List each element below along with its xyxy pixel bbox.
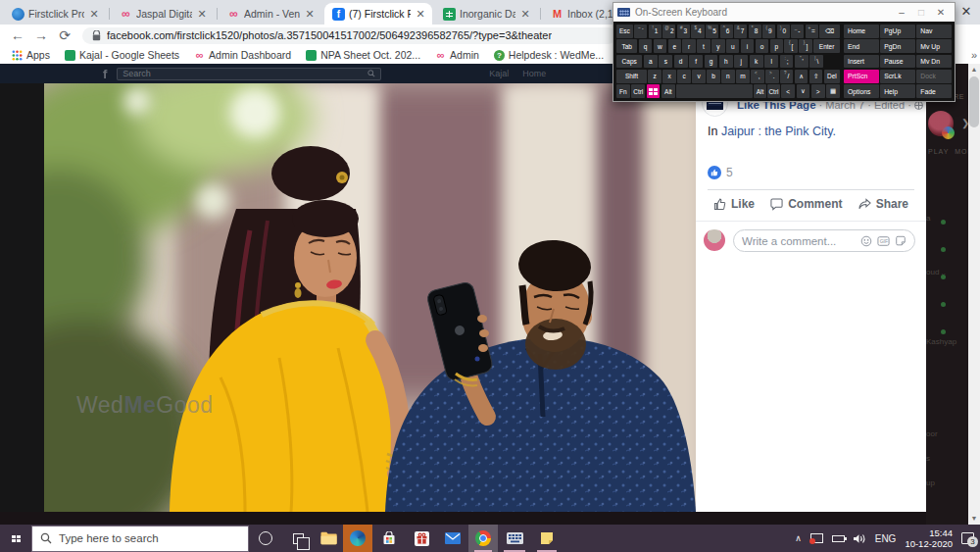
osk-close-button[interactable]: ✕ bbox=[931, 7, 951, 18]
osk-key-insert[interactable]: Insert bbox=[844, 55, 879, 69]
osk-key-'[interactable]: "' bbox=[795, 55, 808, 69]
osk-key-a[interactable]: a bbox=[644, 55, 658, 69]
file-explorer-button[interactable] bbox=[314, 525, 343, 552]
osk-title-bar[interactable]: On-Screen Keyboard – □ ✕ bbox=[613, 3, 955, 22]
tab-close-icon[interactable]: ✕ bbox=[196, 8, 208, 21]
osk-key-end[interactable]: End bbox=[844, 39, 879, 53]
osk-key-c[interactable]: c bbox=[677, 70, 690, 83]
osk-key-x[interactable]: x bbox=[662, 70, 675, 83]
osk-key-right[interactable]: > bbox=[811, 84, 825, 98]
tab-firstclick-1[interactable]: Firstclick Productio ✕ bbox=[4, 3, 106, 25]
osk-key-t[interactable]: t bbox=[697, 39, 710, 53]
osk-key-scrlk[interactable]: ScrLk bbox=[880, 70, 915, 83]
osk-key-prtscn[interactable]: PrtScn bbox=[844, 70, 879, 83]
task-view-button[interactable] bbox=[282, 525, 314, 552]
osk-key-q[interactable]: q bbox=[639, 39, 652, 53]
osk-key-Fn[interactable]: Fn bbox=[616, 84, 630, 98]
osk-key-e[interactable]: e bbox=[668, 39, 681, 53]
osk-key-s[interactable]: s bbox=[659, 55, 672, 69]
edge-button[interactable] bbox=[343, 525, 372, 552]
osk-key-.[interactable]: >. bbox=[765, 70, 778, 83]
battery-icon[interactable] bbox=[832, 535, 845, 542]
osk-key-][interactable]: }] bbox=[799, 39, 811, 53]
facebook-nav-user[interactable]: Kajal bbox=[489, 69, 509, 78]
reload-button[interactable]: ⟳ bbox=[53, 27, 76, 43]
store-button[interactable] bbox=[372, 525, 406, 552]
osk-key-k[interactable]: k bbox=[750, 55, 763, 69]
osk-key-Enter[interactable]: Enter bbox=[813, 39, 840, 53]
osk-key-Alt[interactable]: Alt bbox=[662, 84, 675, 98]
bookmark-npa-sheet[interactable]: NPA Sheet Oct. 202... bbox=[306, 49, 420, 61]
osk-key-Ctrl[interactable]: Ctrl bbox=[767, 84, 779, 98]
osk-key-pgup[interactable]: PgUp bbox=[880, 25, 915, 38]
osk-key-i[interactable]: i bbox=[741, 39, 754, 53]
osk-key-p[interactable]: p bbox=[770, 39, 783, 53]
osk-key-v[interactable]: v bbox=[692, 70, 705, 83]
osk-key-l[interactable]: l bbox=[764, 55, 778, 69]
action-center-icon[interactable]: 3 bbox=[961, 532, 974, 544]
osk-taskbar-button[interactable] bbox=[498, 525, 531, 552]
osk-key-;[interactable]: :; bbox=[780, 55, 794, 69]
osk-key--[interactable]: _- bbox=[791, 25, 804, 38]
osk-maximize-button[interactable]: □ bbox=[911, 7, 931, 18]
osk-key-2[interactable]: @2 bbox=[662, 25, 675, 38]
osk-key-=[interactable]: += bbox=[806, 25, 818, 38]
gift-app-button[interactable] bbox=[406, 525, 437, 552]
tab-facebook-active[interactable]: (7) Firstclick Produ ✕ bbox=[324, 3, 432, 25]
osk-key-,[interactable]: <, bbox=[751, 70, 763, 83]
osk-key-Tab[interactable]: Tab bbox=[616, 39, 637, 53]
tab-close-icon[interactable]: ✕ bbox=[304, 8, 316, 21]
osk-key-mv-dn[interactable]: Mv Dn bbox=[916, 55, 952, 69]
facebook-nav-home[interactable]: Home bbox=[522, 69, 546, 78]
sticky-notes-button[interactable] bbox=[531, 525, 563, 552]
osk-key-windows[interactable] bbox=[647, 84, 661, 98]
osk-key-pause[interactable]: Pause bbox=[880, 55, 915, 69]
osk-key-Caps[interactable]: Caps bbox=[616, 55, 642, 69]
osk-key-\[interactable]: |\ bbox=[809, 55, 823, 69]
next-photo-arrow[interactable]: ❯ bbox=[961, 118, 968, 128]
osk-key-d[interactable]: d bbox=[674, 55, 688, 69]
scroll-up-arrow[interactable]: ▲ bbox=[968, 64, 980, 75]
location-link[interactable]: Jaipur : the Pink City. bbox=[721, 125, 836, 138]
share-button[interactable]: Share bbox=[858, 197, 908, 211]
back-button[interactable]: ← bbox=[6, 27, 29, 43]
osk-key-j[interactable]: j bbox=[734, 55, 748, 69]
emoji-icon[interactable] bbox=[860, 235, 872, 247]
osk-key-u[interactable]: u bbox=[726, 39, 739, 53]
chrome-button[interactable] bbox=[468, 525, 498, 552]
osk-key-0[interactable]: )0 bbox=[777, 25, 790, 38]
osk-key-y[interactable]: y bbox=[711, 39, 724, 53]
osk-key-menu[interactable]: ▦ bbox=[826, 84, 840, 98]
osk-key-4[interactable]: $4 bbox=[691, 25, 704, 38]
osk-key-Del[interactable]: Del bbox=[824, 70, 840, 83]
bookmarks-overflow-chevron[interactable]: » bbox=[971, 49, 977, 61]
browser-scrollbar[interactable]: ▲ ▼ bbox=[968, 64, 980, 525]
osk-key-Ctrl[interactable]: Ctrl bbox=[631, 84, 645, 98]
osk-key-backspace[interactable]: ⌫ bbox=[819, 25, 840, 38]
volume-icon[interactable] bbox=[854, 533, 866, 544]
osk-key-Shift[interactable]: Shift bbox=[616, 70, 647, 83]
comment-button[interactable]: Comment bbox=[770, 197, 842, 211]
bookmark-admin-dashboard[interactable]: Admin Dashboard bbox=[194, 49, 291, 61]
osk-key-dock[interactable]: Dock bbox=[916, 70, 952, 83]
osk-key-left[interactable]: < bbox=[781, 84, 795, 98]
osk-key-h[interactable]: h bbox=[719, 55, 733, 69]
osk-key-mv-up[interactable]: Mv Up bbox=[916, 39, 952, 53]
osk-key-f[interactable]: f bbox=[689, 55, 703, 69]
osk-minimize-button[interactable]: – bbox=[892, 7, 911, 18]
bookmark-admin[interactable]: Admin bbox=[435, 49, 479, 61]
osk-key-w[interactable]: w bbox=[654, 39, 666, 53]
osk-key-Esc[interactable]: Esc bbox=[616, 25, 633, 38]
sticker-icon[interactable] bbox=[895, 235, 906, 247]
osk-key-z[interactable]: z bbox=[648, 70, 661, 83]
osk-key-`[interactable]: ~` bbox=[634, 25, 647, 38]
address-bar[interactable]: facebook.com/firstclick1520/photos/a.357… bbox=[82, 27, 616, 44]
osk-key-6[interactable]: ^6 bbox=[720, 25, 733, 38]
osk-key-nav[interactable]: Nav bbox=[916, 25, 952, 38]
bookmark-apps[interactable]: Apps bbox=[12, 49, 50, 61]
osk-key-help[interactable]: Help bbox=[880, 84, 915, 98]
osk-key-fade[interactable]: Fade bbox=[916, 84, 952, 98]
osk-key-[[interactable]: {[ bbox=[784, 39, 797, 53]
osk-key-home[interactable]: Home bbox=[844, 25, 879, 38]
gif-icon[interactable]: GIF bbox=[877, 235, 890, 247]
